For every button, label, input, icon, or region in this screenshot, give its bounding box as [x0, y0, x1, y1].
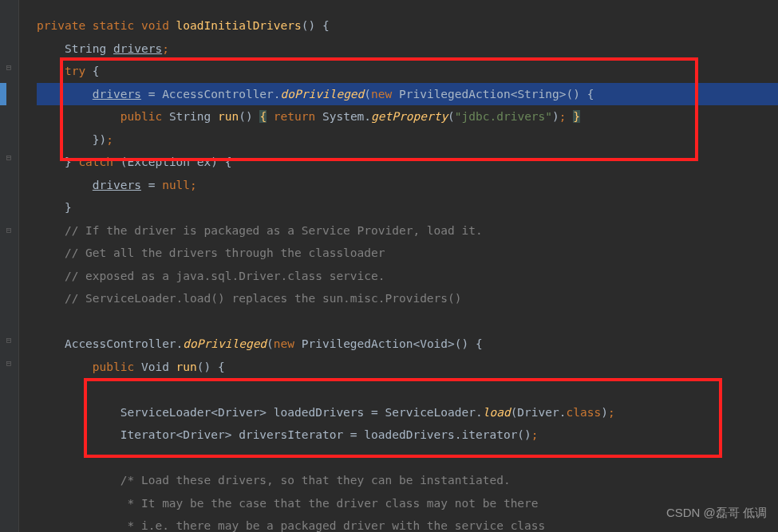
- code-line: [37, 447, 778, 470]
- code-line: } catch (Exception ex) {: [37, 151, 778, 174]
- code-line: });: [37, 128, 778, 152]
- code-line: public Void run() {: [37, 356, 778, 379]
- code-line: Iterator<Driver> driversIterator = loade…: [37, 424, 778, 447]
- code-line: // ServiceLoader.load() replaces the sun…: [37, 287, 778, 310]
- gutter-fold-icon[interactable]: ⊟: [2, 59, 16, 76]
- editor-gutter: ⊟ ⊟ ⊟ ⊟ ⊟: [0, 0, 19, 532]
- code-line: // exposed as a java.sql.Driver.class se…: [37, 265, 778, 288]
- code-line: ServiceLoader<Driver> loadedDrivers = Se…: [37, 401, 778, 424]
- code-line: /* Load these drivers, so that they can …: [37, 469, 778, 492]
- code-line: public String run() { return System.getP…: [37, 105, 778, 128]
- code-line: String drivers;: [37, 37, 778, 61]
- watermark: CSDN @磊哥 低调: [666, 501, 767, 524]
- code-line: }: [37, 196, 778, 219]
- gutter-fold-icon[interactable]: ⊟: [2, 222, 16, 238]
- gutter-fold-icon[interactable]: ⊟: [2, 149, 16, 166]
- gutter-fold-icon[interactable]: ⊟: [2, 332, 16, 349]
- code-editor[interactable]: private static void loadInitialDrivers()…: [0, 0, 778, 532]
- code-line: // Get all the drivers through the class…: [37, 242, 778, 265]
- code-line: drivers = null;: [37, 174, 778, 197]
- code-line: try {: [37, 60, 778, 83]
- code-line: [37, 378, 778, 401]
- code-line: // If the driver is packaged as a Servic…: [37, 219, 778, 242]
- code-line-highlighted: drivers = AccessController.doPrivileged(…: [37, 83, 778, 106]
- code-line: private static void loadInitialDrivers()…: [37, 14, 778, 37]
- code-line: AccessController.doPrivileged(new Privil…: [37, 333, 778, 356]
- code-line: [37, 310, 778, 333]
- gutter-fold-icon[interactable]: ⊟: [2, 355, 16, 372]
